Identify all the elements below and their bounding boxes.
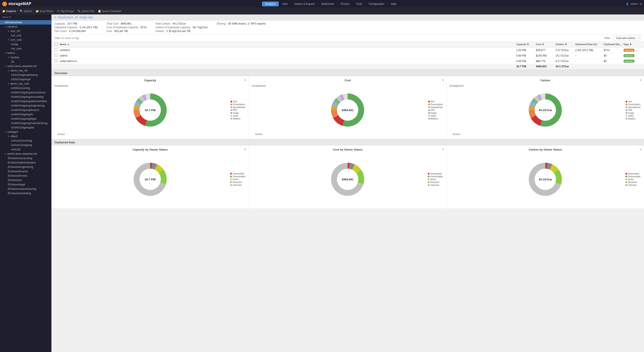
explorer-icon: 📁 bbox=[2, 10, 6, 13]
sidebar-item-37[interactable]: /E/shares/legal bbox=[0, 182, 51, 187]
col-orphaned-dat[interactable]: Orphaned Dat... ⇅ bbox=[604, 43, 624, 46]
nav-query-tool[interactable]: 🔧 Query Tool bbox=[78, 10, 94, 13]
sidebar-item-11[interactable]: ▼demo_nas_nfs bbox=[0, 68, 51, 73]
col-cost[interactable]: Cost ⇅ bbox=[536, 43, 556, 46]
sidebar-item-24[interactable]: /smbfs/Outgoing/tax bbox=[0, 125, 51, 130]
legend-label: Resolved bbox=[628, 181, 637, 184]
col-tags[interactable]: Tags ⇅ bbox=[624, 43, 641, 46]
chart-menu-overview-1[interactable]: ≡ bbox=[442, 78, 444, 82]
nav-tag-groups[interactable]: 🏷 Tag Groups bbox=[57, 10, 74, 13]
legend-dot bbox=[428, 118, 430, 119]
sidebar-item-29[interactable]: /vol/vol2 bbox=[0, 147, 51, 152]
nav-tab-tools[interactable]: Tools bbox=[353, 2, 365, 6]
sidebar-item-36[interactable]: /E/shares/hr bbox=[0, 178, 51, 182]
chart-legend-orphaned-1: DeactivatedUnresolvableActiveResolvedUnk… bbox=[428, 172, 443, 186]
legend-item-overview-0: Text bbox=[230, 100, 246, 103]
column-filter-dropdown[interactable]: Cost and carbon bbox=[614, 36, 641, 41]
nav-query-examples[interactable]: 📋 Query Examples bbox=[98, 10, 122, 13]
nav-tab-configuration[interactable]: Configuration bbox=[366, 2, 387, 6]
nav-search[interactable]: 🔍 Search bbox=[20, 10, 32, 13]
legend-dot bbox=[230, 109, 232, 111]
filter-bar: Filter... Cost and carbon bbox=[52, 35, 644, 42]
sidebar-item-1[interactable]: ▼cdotdm3 bbox=[0, 25, 51, 29]
sidebar-item-31[interactable]: /E/shares/accounting bbox=[0, 156, 51, 160]
sidebar-item-30[interactable]: ▼winfs3.demo.datadobi.net bbox=[0, 152, 51, 156]
chart-menu-orphaned-2[interactable]: ≡ bbox=[640, 147, 641, 151]
sidebar-header: Name ⇅ bbox=[0, 15, 51, 20]
table-row[interactable]: isidm3 6.88 PiB $190,490 16.2 tCO₂e - $0… bbox=[52, 53, 644, 59]
sidebar-item-39[interactable]: /E/shares/marketing bbox=[0, 191, 51, 196]
sidebar-item-33[interactable]: /E/shares/engineering bbox=[0, 165, 51, 169]
chart-menu-overview-2[interactable]: ≡ bbox=[640, 78, 641, 82]
legend-item-overview-0: Video bbox=[230, 115, 246, 117]
filter-input[interactable] bbox=[54, 37, 604, 40]
sidebar-item-15[interactable]: /smbfs/Incoming bbox=[0, 86, 51, 90]
sidebar-item-19[interactable]: /smbfs/Outgoing/engineering bbox=[0, 103, 51, 108]
chart-canvas-orphaned-0 bbox=[130, 159, 170, 199]
sidebar-item-14[interactable]: ▼demo_nas_smb bbox=[0, 82, 51, 86]
sidebar-item-18[interactable]: /smbfs/Outgoing/administration bbox=[0, 99, 51, 103]
nav-tab-help[interactable]: Help bbox=[388, 2, 400, 6]
col-carbon[interactable]: Carbon ⇅ bbox=[556, 43, 575, 46]
assign-tags-button[interactable]: Assign tags bbox=[80, 16, 93, 19]
legend-label: Text bbox=[628, 100, 632, 103]
sidebar-item-8[interactable]: ▼System bbox=[0, 55, 51, 60]
table-total-row: 18.7 PiB $469,861 44.1 tCO₂e bbox=[52, 64, 644, 69]
user-menu[interactable]: 👤 admin ⇄ bbox=[626, 3, 642, 6]
legend-label: Deactivated bbox=[430, 172, 442, 175]
sidebar-item-34[interactable]: /E/shares/finance bbox=[0, 169, 51, 173]
row-checkbox-0[interactable] bbox=[54, 48, 57, 51]
sidebar-item-12[interactable]: /nfsfs/Outgoing/backup bbox=[0, 73, 51, 77]
chart-menu-overview-0[interactable]: ≡ bbox=[244, 78, 246, 82]
sidebar-item-35[interactable]: /E/shares/homes bbox=[0, 173, 51, 178]
col-capacity[interactable]: Capacity ⇅ bbox=[516, 43, 536, 46]
sidebar-item-21[interactable]: /smbfs/Outgoing/hr bbox=[0, 112, 51, 117]
sidebar-item-32[interactable]: /E/shares/administration bbox=[0, 160, 51, 165]
sidebar-item-0[interactable]: ▼Infrastructure bbox=[0, 20, 51, 25]
row-checkbox-2[interactable] bbox=[54, 59, 57, 62]
sidebar-item-3[interactable]: /vol_unix bbox=[0, 33, 51, 38]
chart-menu-orphaned-0[interactable]: ≡ bbox=[244, 147, 246, 151]
nav-tab-switchover[interactable]: Switchover bbox=[318, 2, 337, 6]
nav-scan-roots[interactable]: 📂 Scan Roots bbox=[36, 10, 54, 13]
sidebar-item-20[interactable]: /smbfs/Outgoing/finance bbox=[0, 108, 51, 112]
chart-canvas-overview-1 bbox=[328, 90, 367, 130]
sidebar-item-7[interactable]: ▼isidm3 bbox=[0, 51, 51, 55]
sidebar-item-6[interactable]: /vol_smb bbox=[0, 47, 51, 51]
sidebar-item-5[interactable]: /smap bbox=[0, 42, 51, 47]
table-row[interactable]: cdotdm3 1.00 PiB $28,877 2.37 tCO₂e 2.4%… bbox=[52, 48, 644, 53]
chart-menu-orphaned-1[interactable]: ≡ bbox=[442, 147, 444, 151]
nav-tab-jobs[interactable]: Jobs bbox=[279, 2, 291, 6]
cell-orphaned-pct-1: - bbox=[575, 54, 604, 57]
nav-explorer[interactable]: 📁 Explorer bbox=[2, 10, 16, 13]
select-all-checkbox[interactable] bbox=[54, 43, 57, 46]
sidebar-item-2[interactable]: ▼svm_nfs bbox=[0, 29, 51, 33]
nav-tab-analytics[interactable]: Analytics bbox=[262, 2, 279, 6]
sidebar-item-26[interactable]: ▼vfiler0 bbox=[0, 134, 51, 138]
breadcrumb-link[interactable]: Infrastructure bbox=[58, 16, 73, 19]
sidebar-item-23[interactable]: /smbfs/Outgoing/manufacturing bbox=[0, 121, 51, 125]
chart-legend-overview-2: TextPresentationSpreadsheetPDFImageVideo… bbox=[626, 100, 640, 120]
sidebar-item-28[interactable]: /vol/vol1/Outgoing bbox=[0, 143, 51, 147]
legend-item-orphaned-0: Deactivated bbox=[230, 172, 245, 175]
chart-panel-orphaned-1: Cost by Owner Status≡$469,861Deactivated… bbox=[249, 145, 446, 208]
sidebar-item-22[interactable]: /smbfs/Outgoing/legal bbox=[0, 117, 51, 121]
sidebar-item-25[interactable]: ▼vnetapp3 bbox=[0, 130, 51, 134]
sidebar-item-16[interactable]: /smbfs/Outgoing/accountancy bbox=[0, 90, 51, 95]
row-checkbox-1[interactable] bbox=[54, 54, 57, 57]
sidebar-item-4[interactable]: ▼svm_smb bbox=[0, 38, 51, 42]
table-row[interactable]: unity3.demo.d... 3.46 PiB $88,779 8.17 t… bbox=[52, 59, 644, 64]
col-orphaned-pct[interactable]: Orphaned Data (%) bbox=[575, 43, 604, 46]
sidebar-item-38[interactable]: /E/shares/manufacturing bbox=[0, 187, 51, 191]
sidebar-item-27[interactable]: /vol/vol1/Incoming bbox=[0, 138, 51, 143]
sidebar-item-17[interactable]: /smbfs/Outgoing/accounting bbox=[0, 95, 51, 99]
col-name[interactable]: Name ▲ bbox=[60, 43, 516, 46]
legend-dot bbox=[626, 181, 627, 183]
sidebar-item-10[interactable]: ▼unity3.demo.datadobi.net bbox=[0, 64, 51, 68]
legend-label: Unresolvable bbox=[232, 175, 245, 178]
nav-tab-proxies[interactable]: Proxies bbox=[338, 2, 352, 6]
nav-tab-shares-exports[interactable]: Shares & Exports bbox=[291, 2, 318, 6]
sidebar-item-13[interactable]: /nfsfs/Outgoing/it bbox=[0, 77, 51, 82]
sidebar-item-9[interactable]: /ifs bbox=[0, 60, 51, 64]
cell-name-2: unity3.demo.d... bbox=[60, 60, 516, 63]
